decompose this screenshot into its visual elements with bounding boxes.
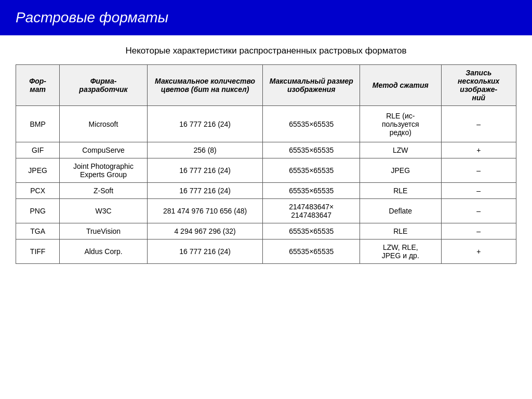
col-header-company: Фирма-разработчик [60,65,148,106]
cell-multi: – [441,183,516,199]
cell-colors: 16 777 216 (24) [147,240,263,264]
cell-format: BMP [16,106,60,142]
table-row: TIFFAldus Corp.16 777 216 (24)65535×6553… [16,240,516,264]
cell-multi: + [441,142,516,158]
col-header-format: Фор-мат [16,65,60,106]
cell-format: JPEG [16,158,60,183]
page-header: Растровые форматы [0,0,532,35]
cell-format: PNG [16,199,60,223]
page-title: Растровые форматы [16,9,516,26]
cell-method: RLE (ис-пользуетсяредко) [360,106,441,142]
cell-method: LZW [360,142,441,158]
cell-size: 65535×65535 [263,142,360,158]
cell-multi: – [441,223,516,240]
cell-company: Microsoft [60,106,148,142]
formats-table: Фор-мат Фирма-разработчик Максимальное к… [16,64,516,264]
cell-multi: – [441,106,516,142]
cell-format: GIF [16,142,60,158]
cell-size: 65535×65535 [263,158,360,183]
cell-size: 65535×65535 [263,183,360,199]
cell-company: TrueVision [60,223,148,240]
cell-format: TIFF [16,240,60,264]
cell-format: PCX [16,183,60,199]
table-row: BMPMicrosoft16 777 216 (24)65535×65535RL… [16,106,516,142]
cell-company: Z-Soft [60,183,148,199]
cell-multi: – [441,158,516,183]
cell-method: RLE [360,223,441,240]
col-header-method: Метод сжатия [360,65,441,106]
cell-multi: – [441,199,516,223]
subtitle: Некоторые характеристики распространенны… [0,46,532,56]
table-row: JPEGJoint Photographic Experts Group16 7… [16,158,516,183]
cell-company: W3C [60,199,148,223]
table-row: PNGW3C281 474 976 710 656 (48)2147483647… [16,199,516,223]
table-row: TGATrueVision4 294 967 296 (32)65535×655… [16,223,516,240]
cell-colors: 281 474 976 710 656 (48) [147,199,263,223]
cell-format: TGA [16,223,60,240]
cell-colors: 16 777 216 (24) [147,106,263,142]
cell-company: Aldus Corp. [60,240,148,264]
col-header-multi: Запись нескольких изображе-ний [441,65,516,106]
cell-colors: 4 294 967 296 (32) [147,223,263,240]
cell-method: RLE [360,183,441,199]
table-row: GIFCompuServe256 (8)65535×65535LZW+ [16,142,516,158]
cell-colors: 16 777 216 (24) [147,158,263,183]
cell-method: Deflate [360,199,441,223]
col-header-size: Максимальный размер изображения [263,65,360,106]
cell-method: JPEG [360,158,441,183]
col-header-colors: Максимальное количество цветов (бит на п… [147,65,263,106]
cell-method: LZW, RLE,JPEG и др. [360,240,441,264]
cell-size: 65535×65535 [263,223,360,240]
cell-colors: 16 777 216 (24) [147,183,263,199]
cell-size: 65535×65535 [263,106,360,142]
cell-size: 2147483647×2147483647 [263,199,360,223]
table-row: PCXZ-Soft16 777 216 (24)65535×65535RLE– [16,183,516,199]
cell-company: Joint Photographic Experts Group [60,158,148,183]
table-wrapper: Фор-мат Фирма-разработчик Максимальное к… [0,64,532,264]
cell-size: 65535×65535 [263,240,360,264]
cell-multi: + [441,240,516,264]
cell-company: CompuServe [60,142,148,158]
cell-colors: 256 (8) [147,142,263,158]
